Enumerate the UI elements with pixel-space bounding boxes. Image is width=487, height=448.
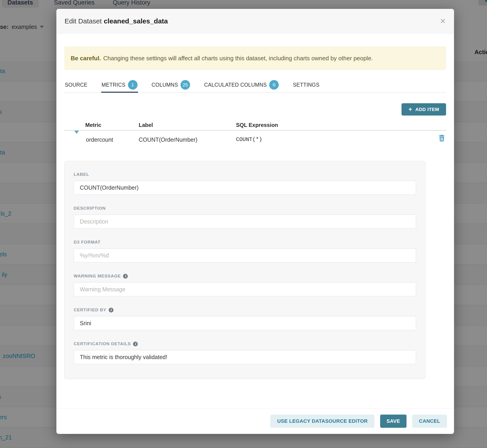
metric-name-cell[interactable]: ordercount: [86, 131, 113, 149]
tab-calculated-columns[interactable]: CALCULATED COLUMNS 0: [204, 77, 279, 92]
modal-title: Edit Datasetcleaned_sales_data: [64, 17, 168, 25]
tab-metrics-badge: 1: [128, 80, 137, 90]
plus-icon: +: [408, 106, 412, 112]
field-warning-message: WARNING MESSAGE i: [74, 273, 416, 296]
warning-banner: Be careful. Changing these settings will…: [64, 46, 446, 70]
modal-title-prefix: Edit Dataset: [64, 17, 102, 25]
info-icon: i: [123, 274, 128, 279]
metric-label-cell[interactable]: COUNT(OrderNumber): [139, 131, 197, 149]
save-button[interactable]: SAVE: [380, 415, 406, 428]
close-icon[interactable]: ✕: [440, 17, 446, 25]
field-description: DESCRIPTION: [74, 206, 416, 229]
field-certified-by: CERTIFIED BY i: [74, 307, 416, 330]
add-item-button[interactable]: + ADD ITEM: [401, 103, 446, 116]
add-item-row: + ADD ITEM: [64, 103, 446, 116]
info-icon: i: [109, 308, 113, 312]
certified-by-input[interactable]: [74, 316, 416, 330]
warning-message-input[interactable]: [74, 282, 416, 296]
sql-expression-column-header: SQL Expression: [236, 120, 278, 130]
modal-header: Edit Datasetcleaned_sales_data ✕: [56, 9, 454, 33]
modal-title-dataset-name: cleaned_sales_data: [104, 17, 168, 25]
description-input[interactable]: [74, 215, 416, 229]
metric-row-ordercount: ordercount COUNT(OrderNumber) COUNT(*): [64, 131, 446, 149]
info-icon: i: [133, 342, 138, 346]
modal-body: Be careful. Changing these settings will…: [56, 46, 454, 379]
field-label: LABEL: [74, 172, 416, 195]
metric-column-header: Metric: [85, 120, 101, 130]
metric-detail-panel: LABEL DESCRIPTION D3 FORMAT WARNING MESS…: [64, 161, 425, 379]
tab-metrics[interactable]: METRICS 1: [101, 77, 138, 92]
warning-banner-text: Changing these settings will affect all …: [103, 55, 373, 62]
delete-metric-icon[interactable]: [438, 131, 445, 149]
field-d3-format: D3 FORMAT: [74, 240, 416, 263]
collapse-caret-icon[interactable]: [74, 131, 79, 134]
use-legacy-datasource-editor-button[interactable]: USE LEGACY DATASOURCE EDITOR: [270, 415, 375, 428]
dataset-editor-tabs: SOURCE METRICS 1 COLUMNS 25 CALCULATED C…: [64, 77, 446, 93]
tab-source[interactable]: SOURCE: [64, 77, 88, 92]
warning-banner-bold: Be careful.: [71, 55, 101, 62]
tab-columns-badge: 25: [181, 80, 190, 90]
certification-details-input[interactable]: [74, 350, 416, 364]
metric-sql-cell[interactable]: COUNT(*): [236, 131, 262, 149]
tab-settings[interactable]: SETTINGS: [292, 77, 320, 92]
label-input[interactable]: [74, 181, 416, 195]
tab-calculated-columns-badge: 0: [269, 80, 279, 90]
label-column-header: Label: [139, 120, 153, 130]
modal-footer: USE LEGACY DATASOURCE EDITOR SAVE CANCEL: [56, 408, 454, 434]
field-certification-details: CERTIFICATION DETAILS i: [74, 341, 416, 364]
cancel-button[interactable]: CANCEL: [412, 415, 447, 428]
tab-columns[interactable]: COLUMNS 25: [151, 77, 191, 92]
metrics-table-header: Metric Label SQL Expression: [64, 120, 446, 130]
d3-format-input[interactable]: [74, 248, 416, 263]
edit-dataset-modal: Edit Datasetcleaned_sales_data ✕ Be care…: [56, 9, 454, 434]
